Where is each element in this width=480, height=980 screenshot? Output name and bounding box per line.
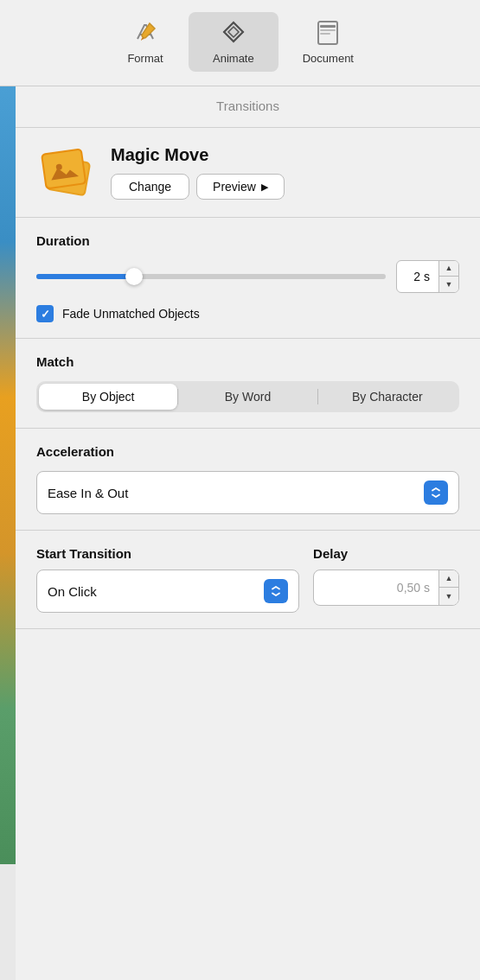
slider-row: 2 s ▲ ▼: [36, 260, 459, 293]
magic-move-title: Magic Move: [111, 145, 285, 165]
duration-label: Duration: [36, 233, 459, 248]
magic-move-buttons: Change Preview ▶: [111, 174, 285, 200]
magic-move-info: Magic Move Change Preview ▶: [111, 145, 285, 200]
animate-icon: [220, 19, 247, 47]
duration-section: Duration 2 s ▲ ▼ ✓ Fade Unmatched Object…: [16, 218, 480, 338]
svg-rect-3: [320, 33, 330, 35]
preview-play-icon: ▶: [261, 181, 268, 193]
delay-step-up[interactable]: ▲: [439, 570, 458, 588]
duration-step-down[interactable]: ▼: [439, 277, 458, 292]
transitions-header: Transitions: [16, 86, 480, 128]
match-button-group: By Object By Word By Character: [36, 381, 459, 412]
duration-steppers: ▲ ▼: [438, 261, 458, 292]
fade-checkbox[interactable]: ✓: [36, 305, 54, 322]
match-label: Match: [36, 354, 459, 369]
svg-rect-8: [42, 150, 85, 188]
duration-value: 2 s: [397, 266, 438, 287]
document-label: Document: [303, 52, 354, 65]
preview-button[interactable]: Preview ▶: [196, 174, 285, 200]
magic-move-section: Magic Move Change Preview ▶: [16, 128, 480, 217]
preview-label: Preview: [213, 180, 256, 194]
fade-unmatched-row: ✓ Fade Unmatched Objects: [36, 305, 459, 322]
match-by-word-button[interactable]: By Word: [178, 384, 317, 410]
delay-label: Delay: [313, 546, 459, 561]
delay-col: Delay 0,50 s ▲ ▼: [313, 546, 459, 606]
duration-input: 2 s ▲ ▼: [396, 260, 459, 293]
delay-step-down[interactable]: ▼: [439, 588, 458, 605]
format-label: Format: [127, 52, 163, 65]
match-by-character-button[interactable]: By Character: [318, 384, 457, 410]
start-transition-label: Start Transition: [36, 546, 299, 561]
checkmark-icon: ✓: [41, 308, 50, 321]
slider-fill: [36, 274, 134, 279]
duration-slider-track[interactable]: [36, 274, 386, 279]
start-transition-section: Start Transition On Click Delay 0,50 s: [16, 531, 480, 628]
on-click-select[interactable]: On Click: [36, 570, 299, 613]
change-button[interactable]: Change: [111, 174, 189, 200]
delay-input: 0,50 s ▲ ▼: [313, 570, 459, 606]
toolbar-item-animate[interactable]: Animate: [189, 12, 278, 72]
match-section: Match By Object By Word By Character: [16, 339, 480, 428]
divider-5: [16, 628, 480, 629]
main-panel: Transitions Magic Move Cha: [16, 86, 480, 980]
duration-step-up[interactable]: ▲: [439, 261, 458, 277]
fade-label: Fade Unmatched Objects: [62, 307, 200, 321]
slider-thumb[interactable]: [125, 268, 143, 285]
document-icon: [314, 19, 342, 47]
animate-label: Animate: [213, 52, 254, 65]
svg-rect-2: [320, 29, 336, 31]
acceleration-value: Ease In & Out: [48, 486, 424, 500]
magic-move-icon: [36, 147, 97, 199]
svg-rect-1: [320, 25, 336, 28]
delay-value: 0,50 s: [314, 572, 438, 603]
start-delay-row: Start Transition On Click Delay 0,50 s: [36, 546, 459, 613]
format-icon: [131, 19, 159, 47]
acceleration-arrow-icon: [424, 480, 448, 505]
on-click-arrow-icon: [264, 579, 288, 603]
toolbar-item-document[interactable]: Document: [278, 12, 378, 72]
match-by-object-button[interactable]: By Object: [39, 384, 177, 410]
start-transition-col: Start Transition On Click: [36, 546, 299, 613]
acceleration-section: Acceleration Ease In & Out: [16, 429, 480, 530]
toolbar-item-format[interactable]: Format: [102, 12, 189, 72]
acceleration-select[interactable]: Ease In & Out: [36, 471, 459, 514]
toolbar: Format Animate Document: [0, 0, 480, 86]
on-click-value: On Click: [48, 584, 264, 599]
delay-steppers: ▲ ▼: [438, 570, 458, 605]
acceleration-label: Acceleration: [36, 444, 459, 459]
